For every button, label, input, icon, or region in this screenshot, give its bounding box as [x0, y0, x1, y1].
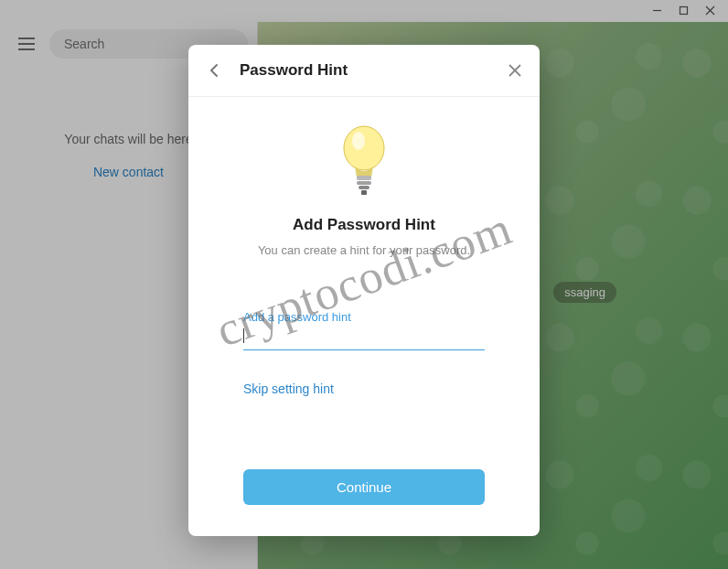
svg-rect-12: [357, 181, 371, 185]
section-title: Add Password Hint: [243, 216, 485, 234]
section-subtitle: You can create a hint for your password.: [243, 243, 485, 257]
continue-button[interactable]: Continue: [243, 469, 485, 505]
close-button[interactable]: [509, 64, 521, 77]
svg-point-10: [352, 132, 365, 150]
hint-field-label: Add a password hint: [243, 310, 485, 324]
svg-rect-14: [361, 190, 367, 195]
back-button[interactable]: [207, 62, 223, 79]
svg-rect-13: [359, 186, 369, 189]
skip-link[interactable]: Skip setting hint: [243, 381, 485, 396]
modal-overlay: Password Hint Add Password Hint You can …: [0, 0, 728, 569]
lightbulb-icon: [335, 121, 393, 198]
svg-point-9: [344, 126, 384, 170]
hint-input[interactable]: [243, 326, 485, 350]
svg-rect-11: [357, 176, 371, 180]
password-hint-dialog: Password Hint Add Password Hint You can …: [188, 45, 540, 536]
dialog-title: Password Hint: [240, 61, 492, 80]
